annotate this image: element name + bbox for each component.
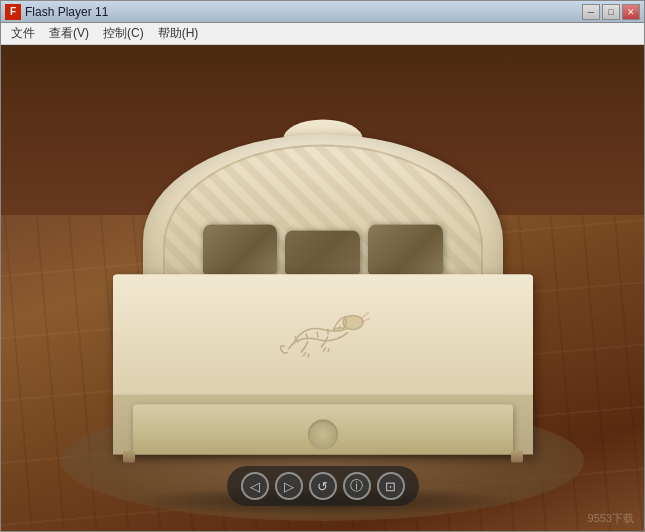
mattress [113, 274, 533, 454]
bed-leg-right [511, 450, 523, 462]
bed-model [113, 134, 533, 454]
menu-view[interactable]: 查看(V) [43, 23, 95, 44]
close-button[interactable]: ✕ [622, 4, 640, 20]
pillow-left [203, 224, 278, 274]
prev-button[interactable]: ◁ [241, 472, 269, 500]
app-icon: F [5, 4, 21, 20]
title-bar: F Flash Player 11 ─ □ ✕ [1, 1, 644, 23]
window-title: Flash Player 11 [25, 5, 108, 19]
headboard [143, 134, 503, 294]
maximize-button[interactable]: □ [602, 4, 620, 20]
title-bar-left: F Flash Player 11 [5, 4, 108, 20]
info-button[interactable]: ⓘ [343, 472, 371, 500]
bedspread [113, 274, 533, 394]
controls-bar: ◁ ▷ ↺ ⓘ ⊡ [227, 466, 419, 506]
pillows [203, 219, 443, 274]
next-button[interactable]: ▷ [275, 472, 303, 500]
menu-file[interactable]: 文件 [5, 23, 41, 44]
pillow-center [285, 230, 360, 274]
content-area: ◁ ▷ ↺ ⓘ ⊡ 9553下载 [1, 45, 644, 531]
footboard [133, 404, 513, 454]
menu-bar: 文件 查看(V) 控制(C) 帮助(H) [1, 23, 644, 45]
bed-leg-left [123, 450, 135, 462]
main-window: F Flash Player 11 ─ □ ✕ 文件 查看(V) 控制(C) 帮… [0, 0, 645, 532]
watermark: 9553下载 [588, 511, 634, 526]
menu-control[interactable]: 控制(C) [97, 23, 150, 44]
minimize-button[interactable]: ─ [582, 4, 600, 20]
title-bar-controls: ─ □ ✕ [582, 4, 640, 20]
footboard-ornament [308, 419, 338, 449]
pillow-right [368, 224, 443, 274]
menu-help[interactable]: 帮助(H) [152, 23, 205, 44]
bed-ornament [273, 304, 373, 364]
resize-button[interactable]: ⊡ [377, 472, 405, 500]
refresh-button[interactable]: ↺ [309, 472, 337, 500]
